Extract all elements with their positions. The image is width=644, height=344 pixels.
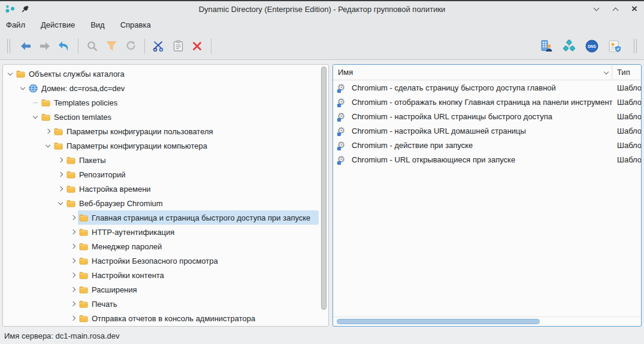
policy-row[interactable]: ⚙Chromium - настройка URL домашней стран… [333,123,641,138]
tree-item-label: Параметры конфигурации компьютера [66,141,207,150]
column-header-type[interactable]: Тип [612,65,641,80]
policy-name: Chromium - настройка URL домашней страни… [352,126,526,135]
policy-row[interactable]: ⚙Chromium - действие при запускеШаблон [333,138,641,152]
tree-item[interactable]: Настройки Безопасного просмотра [3,254,319,268]
maximize-button[interactable] [610,4,620,14]
expander-closed-icon[interactable] [56,187,65,191]
template-gear-icon: ⚙ [337,111,347,122]
cut-button[interactable] [149,37,168,55]
window-title: Dynamic Directory (Enterprise Edition) -… [0,5,644,14]
tree-item[interactable]: Параметры конфигурации пользователя [3,124,319,138]
expander-closed-icon[interactable] [68,316,78,320]
tree-item-label: Настройки контента [92,271,164,280]
policy-name: Chromium - сделать страницу быстрого дос… [352,83,556,92]
expander-closed-icon[interactable] [68,273,78,277]
policy-row[interactable]: ⚙Chromium - отображать кнопку Главная ст… [333,95,641,109]
menu-help[interactable]: Справка [120,20,151,29]
tree-item[interactable]: Домен: dc=rosa,dc=dev [3,81,319,95]
template-gear-icon: ⚙ [337,83,347,93]
policy-name: Chromium - действие при запуске [352,141,473,150]
policy-type: Шаблон [612,126,641,135]
folder-icon [66,156,75,164]
expander-open-icon[interactable] [56,202,65,204]
menu-action[interactable]: Действие [41,20,75,29]
users-computers-button[interactable] [537,37,556,55]
tree-item[interactable]: Настройки контента [3,268,319,282]
expander-closed-icon[interactable] [68,288,78,291]
back-arrow-icon [20,41,32,51]
list-header: Имя Тип [333,65,641,80]
expander-closed-icon[interactable] [56,173,65,176]
policy-row[interactable]: ⚙Chromium - сделать страницу быстрого до… [333,80,641,95]
expander-closed-icon[interactable] [68,259,78,262]
undo-button[interactable] [55,37,74,55]
expander-closed-icon[interactable] [56,158,65,162]
tree-item[interactable]: Параметры конфигурации компьютера [3,138,319,153]
minimize-button[interactable] [591,4,601,14]
forward-button[interactable] [35,37,55,55]
domain-globe-icon [29,84,38,93]
expander-closed-icon[interactable] [68,302,78,306]
expander-closed-icon[interactable] [43,129,53,133]
tree-item[interactable]: Отправка отчетов в консоль администратор… [3,311,319,324]
list-horizontal-scrollbar [333,316,641,326]
server-name-label: Имя сервера: dc1-main.rosa.dev [4,331,120,340]
folder-icon [41,99,50,107]
tree-scrollbar-thumb[interactable] [321,67,326,310]
tree-item-label: Объекты службы каталога [29,70,125,79]
expander-closed-icon[interactable] [68,216,78,219]
expander-closed-icon[interactable] [68,230,78,234]
policy-type: Шаблон [612,112,641,121]
toolbar-drag-handle[interactable] [634,39,637,53]
menu-file[interactable]: Файл [6,20,25,29]
tree-item[interactable]: HTTP-аутентификация [3,225,319,239]
menu-view[interactable]: Вид [90,20,105,29]
folder-icon [79,243,88,251]
toolbar-separator [211,38,211,54]
toolbar-separator [78,38,78,54]
refresh-icon [125,40,137,52]
tree-item[interactable]: Расширения [3,282,319,297]
dns-button[interactable]: DNS [582,37,601,55]
toolbar-drag-handle[interactable] [7,39,10,53]
close-icon: × [631,5,637,13]
policy-row[interactable]: ⚙Chromium - URL открывающиеся при запуск… [333,152,641,167]
search-button[interactable] [83,37,102,55]
tree-item[interactable]: Главная страница и страница быстрого дос… [3,210,319,225]
back-button[interactable] [16,37,35,55]
tree-item[interactable]: Настройка времени [3,182,319,196]
expander-open-icon[interactable] [31,116,40,118]
tree-item[interactable]: Веб-браузер Chromium [3,196,319,210]
pin-icon[interactable] [20,5,29,14]
policies-button[interactable] [605,37,624,55]
tree-item[interactable]: Section temlates [3,110,319,124]
tree-item-label: Пакеты [79,156,106,165]
paste-clipboard-icon [173,40,183,52]
list-scrollbar-thumb[interactable] [337,319,540,324]
policy-name: Chromium - URL открывающиеся при запуске [352,155,515,164]
expander-open-icon[interactable] [43,144,53,147]
column-header-name[interactable]: Имя [333,65,612,80]
policy-row[interactable]: ⚙Chromium - настройка URL страницы быстр… [333,109,641,123]
tree-item[interactable]: Объекты службы каталога [3,67,319,81]
folder-icon [54,142,63,150]
tree-item[interactable]: Templates policies [3,95,319,110]
expander-open-icon[interactable] [18,87,28,89]
expander-open-icon[interactable] [5,73,15,75]
close-button[interactable]: × [630,4,639,14]
tree-item[interactable]: Менеджер паролей [3,239,319,254]
tree-item[interactable]: Печать [3,297,319,311]
tree-item[interactable]: Репозиторий [3,167,319,182]
dns-globe-icon: DNS [585,40,598,53]
expander-closed-icon[interactable] [68,245,78,248]
refresh-button[interactable] [121,37,140,55]
delete-button[interactable] [188,37,207,55]
tree-item-label: Параметры конфигурации пользователя [66,127,213,136]
filter-button[interactable] [102,37,121,55]
tree-item-label: Расширения [92,285,137,294]
tree-item[interactable]: Пакеты [3,153,319,167]
sites-button[interactable] [560,37,579,55]
tree-item-label: Настройка времени [79,185,151,194]
paste-button[interactable] [168,37,188,55]
column-type-label: Тип [617,68,630,77]
